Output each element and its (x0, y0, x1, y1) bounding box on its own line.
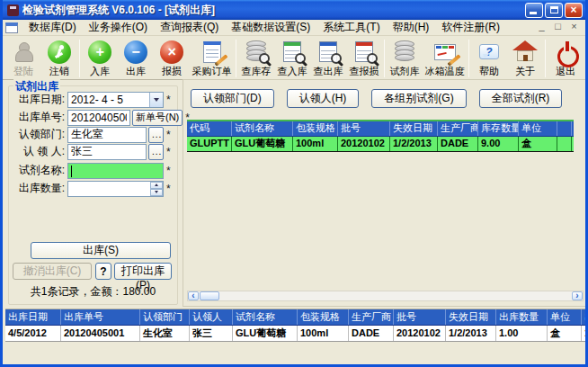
scroll-right-icon[interactable]: › (572, 291, 583, 300)
mdi-close-button[interactable]: × (567, 21, 581, 33)
column-header[interactable]: 库存数量 (478, 121, 519, 136)
column-header[interactable] (557, 121, 572, 136)
table-cell: 20120102 (394, 326, 446, 341)
toolbar-logout[interactable]: 注销 (41, 38, 77, 76)
field-claim-department: 认领部门: ... * (7, 126, 171, 143)
menu-operations[interactable]: 业务操作(O) (83, 19, 154, 36)
menu-register[interactable]: 软件注册(R) (435, 19, 506, 36)
toolbar-report-loss[interactable]: × 报损 (154, 38, 190, 76)
table-cell: GLU葡萄糖 (233, 326, 298, 341)
mdi-restore-button[interactable]: □ (551, 21, 565, 33)
table-cell: 100ml (293, 137, 338, 151)
quantity-stepper[interactable] (67, 181, 164, 197)
field-label: 试剂名称: (7, 163, 65, 178)
table-row[interactable]: GLUPTTGLU葡萄糖100ml201201021/2/2013DADE9.0… (187, 137, 574, 152)
filter-all-button[interactable]: 全部试剂(R) (479, 89, 563, 108)
menu-reports[interactable]: 查询报表(Q) (154, 19, 225, 36)
column-header[interactable]: 批号 (338, 121, 390, 136)
toolbar-about[interactable]: 关于 (507, 38, 543, 76)
menu-system-tools[interactable]: 系统工具(T) (316, 19, 386, 36)
toolbar-exit[interactable]: 退出 (548, 38, 584, 76)
column-header[interactable]: 出库日期 (5, 309, 61, 325)
help-bubble-icon: ? (473, 38, 505, 66)
close-icon: × (570, 4, 576, 15)
minimize-button[interactable] (525, 3, 543, 18)
claim-person-input[interactable] (67, 144, 147, 160)
toolbar-query-in[interactable]: 查入库 (274, 38, 310, 76)
minus-icon: − (120, 38, 152, 66)
table-row[interactable]: 4/5/201220120405001生化室张三GLU葡萄糖100mlDADE2… (5, 326, 588, 342)
outbound-number-input[interactable] (67, 110, 130, 126)
toolbar-query-out[interactable]: 查出库 (310, 38, 346, 76)
toolbar: 登陆 注销 + 入库 − 出库 × 报损 采购订单 查库存 查入 (3, 36, 585, 80)
table-cell: DADE (438, 137, 478, 151)
mdi-minimize-button[interactable]: _ (535, 21, 548, 33)
menu-base-data[interactable]: 基础数据设置(S) (225, 19, 316, 36)
new-number-button[interactable]: 新单号(N) (132, 110, 183, 126)
table-cell: GLU葡萄糖 (232, 137, 293, 151)
toolbar-help[interactable]: ? 帮助 (471, 38, 507, 76)
horizontal-scrollbar[interactable]: ‹ › (187, 291, 584, 301)
toolbar-stock-out[interactable]: − 出库 (118, 38, 154, 76)
maximize-button[interactable] (545, 3, 563, 18)
app-icon (7, 4, 19, 16)
spin-down-icon[interactable] (150, 189, 163, 196)
outbound-date-combo[interactable]: 2012- 4 - 5 (67, 92, 164, 108)
column-header[interactable]: 生产厂商 (349, 309, 394, 325)
column-header[interactable]: 出库金额 (582, 309, 588, 325)
cancel-outbound-button: 撤消出库(C) (13, 263, 92, 280)
panel-caption: 试剂出库 (13, 79, 60, 94)
text-caret (71, 166, 72, 177)
column-header[interactable]: 出库单号 (61, 309, 140, 325)
column-header[interactable]: 包装规格 (293, 121, 338, 136)
column-header[interactable]: 批号 (394, 309, 446, 325)
toolbar-fridge-temp[interactable]: 冰箱温度 (423, 38, 467, 76)
scroll-left-icon[interactable]: ‹ (188, 291, 199, 300)
column-header[interactable]: 失效日期 (390, 121, 438, 136)
toolbar-query-loss[interactable]: 查报损 (346, 38, 382, 76)
toolbar-query-stock[interactable]: 查库存 (238, 38, 274, 76)
filter-department-button[interactable]: 认领部门(D) (191, 89, 274, 108)
column-header[interactable]: 单位 (519, 121, 557, 136)
toolbar-reagent-db[interactable]: 试剂库 (387, 38, 423, 76)
department-browse-button[interactable]: ... (148, 127, 164, 143)
scrollbar-thumb[interactable] (200, 291, 219, 300)
chevron-down-icon[interactable] (149, 93, 163, 107)
column-header[interactable]: 包装规格 (298, 309, 349, 325)
menu-database[interactable]: 数据库(D) (22, 19, 83, 36)
toolbar-stock-in[interactable]: + 入库 (82, 38, 118, 76)
help-question-button[interactable]: ? (95, 263, 111, 280)
table-cell: GLUPTT (187, 137, 232, 151)
claim-department-input[interactable] (67, 127, 147, 143)
column-header[interactable]: 认领人 (190, 309, 233, 325)
column-header[interactable]: 单位 (548, 309, 582, 325)
power-icon (549, 38, 582, 66)
field-label: 认 领 人: (7, 144, 65, 159)
column-header[interactable]: 生产厂商 (438, 121, 478, 136)
close-button[interactable]: × (565, 3, 583, 18)
table-cell: 盒 (519, 137, 557, 151)
filter-group-button[interactable]: 各组别试剂(G) (371, 89, 466, 108)
outbound-button[interactable]: 出库(S) (31, 242, 171, 259)
menu-help[interactable]: 帮助(H) (387, 19, 436, 36)
spin-up-icon[interactable] (150, 182, 163, 189)
required-marker: * (166, 146, 171, 158)
required-marker: * (166, 183, 171, 195)
column-header[interactable]: 失效日期 (446, 309, 496, 325)
order-paper-icon (196, 38, 228, 66)
database-coins-icon (388, 38, 421, 66)
filter-person-button[interactable]: 认领人(H) (287, 89, 360, 108)
column-header[interactable]: 出库数量 (496, 309, 548, 325)
person-browse-button[interactable]: ... (148, 144, 164, 160)
spinner-buttons (150, 182, 163, 196)
column-header[interactable]: 试剂名称 (233, 309, 298, 325)
window-title: 检验试剂管理系统 V6.0.106 - [试剂出库] (22, 3, 525, 18)
toolbar-purchase-order[interactable]: 采购订单 (190, 38, 234, 76)
combo-value: 2012- 4 - 5 (68, 94, 149, 106)
table-cell: 1/2/2013 (446, 326, 496, 341)
reagent-name-input[interactable] (67, 163, 164, 179)
column-header[interactable]: 试剂名称 (232, 121, 293, 136)
column-header[interactable]: 代码 (187, 121, 232, 136)
print-outbound-button[interactable]: 打印出库(P) (114, 263, 172, 280)
column-header[interactable]: 认领部门 (140, 309, 190, 325)
